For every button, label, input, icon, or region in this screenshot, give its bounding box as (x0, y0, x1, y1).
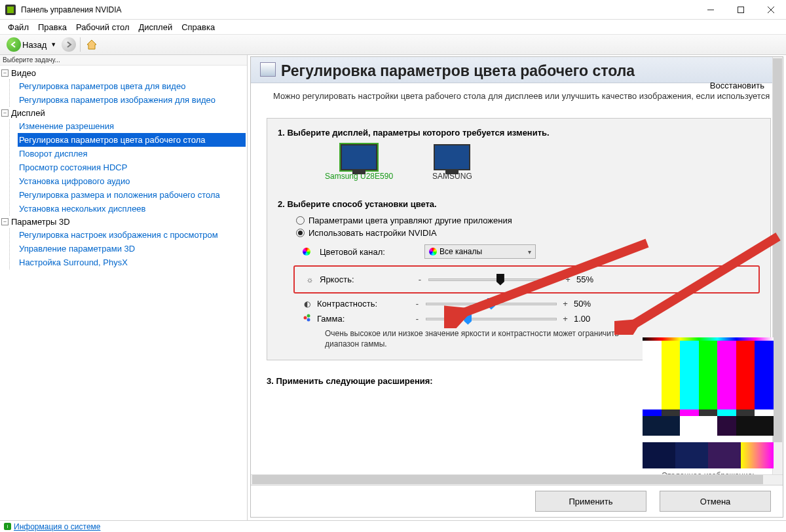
minimize-button[interactable] (696, 0, 726, 20)
svg-point-6 (307, 318, 310, 322)
step2-title: 2. Выберите способ установки цвета. (278, 199, 760, 209)
settings-panel: 1. Выберите дисплей, параметры которого … (267, 118, 771, 360)
contrast-slider-row: ◐ Контрастность: - + 50% (303, 299, 760, 309)
collapse-icon[interactable]: − (1, 69, 9, 77)
radio-icon-checked (296, 229, 305, 237)
slider-thumb[interactable] (487, 298, 495, 310)
menu-edit[interactable]: Правка (34, 21, 71, 33)
heading-icon (260, 62, 276, 77)
tree-item[interactable]: Установка нескольких дисплеев (18, 202, 246, 216)
menu-file[interactable]: Файл (4, 21, 33, 33)
slider-thumb[interactable] (464, 313, 472, 325)
tree-group-video[interactable]: −Видео (1, 67, 246, 79)
vertical-scrollbar[interactable] (772, 57, 783, 474)
tree-group-3d[interactable]: −Параметры 3D (1, 216, 246, 228)
page-title: Регулировка параметров цвета рабочего ст… (281, 62, 775, 80)
svg-point-4 (304, 316, 307, 320)
back-button[interactable]: Назад ▼ (4, 36, 59, 53)
display-option-2[interactable]: SAMSUNG (432, 144, 472, 181)
gamma-slider[interactable] (426, 318, 557, 320)
dialog-buttons: Применить Отмена (251, 485, 783, 517)
info-icon: i (4, 523, 11, 530)
svg-rect-1 (738, 7, 744, 12)
brightness-slider[interactable] (428, 278, 559, 281)
close-button[interactable] (756, 0, 786, 20)
radio-nvidia-settings[interactable]: Использовать настройки NVIDIA (296, 228, 760, 238)
radio-icon (296, 216, 305, 225)
menu-help[interactable]: Справка (178, 21, 219, 33)
forward-button[interactable] (62, 37, 76, 52)
page-heading: Регулировка параметров цвета рабочего ст… (251, 57, 783, 83)
display-option-1[interactable]: Samsung U28E590 (325, 144, 393, 181)
brightness-icon: ☼ (305, 275, 314, 284)
gamma-slider-row: Гамма: - + 1.00 (303, 314, 760, 324)
system-info-link[interactable]: Информация о системе (14, 522, 100, 531)
menu-display[interactable]: Дисплей (135, 21, 177, 33)
channel-select[interactable]: Все каналы (424, 244, 536, 259)
back-icon (7, 37, 21, 52)
monitor-icon (341, 144, 377, 170)
window-title: Панель управления NVIDIA (21, 5, 696, 14)
dropdown-icon: ▼ (50, 41, 56, 48)
tree-item[interactable]: Поворот дисплея (18, 147, 246, 161)
tree-item[interactable]: Регулировка настроек изображения с просм… (18, 228, 246, 242)
app-icon (5, 5, 16, 15)
radio-other-apps[interactable]: Параметрами цвета управляют другие прило… (296, 216, 760, 225)
tree-item[interactable]: Управление параметрами 3D (18, 242, 246, 256)
monitor-icon (434, 144, 470, 170)
horizontal-scrollbar[interactable] (251, 474, 783, 485)
tree-item[interactable]: Регулировка параметров изображения для в… (18, 93, 246, 107)
toolbar: Назад ▼ (0, 34, 786, 55)
tree-item[interactable]: Регулировка параметров цвета для видео (18, 79, 246, 93)
brightness-slider-row: ☼ Яркость: - + 55% (305, 275, 755, 284)
status-bar: i Информация о системе (0, 520, 786, 532)
channel-label: Цветовой канал: (320, 247, 418, 257)
tree-item[interactable]: Просмотр состояния HDCP (18, 161, 246, 174)
collapse-icon[interactable]: − (1, 218, 9, 225)
collapse-icon[interactable]: − (1, 109, 9, 117)
contrast-icon: ◐ (303, 299, 312, 309)
gamma-note: Очень высокое или низкое значение яркост… (325, 329, 652, 349)
brightness-highlight: ☼ Яркость: - + 55% (293, 265, 760, 294)
tree-item[interactable]: Настройка Surround, PhysX (18, 256, 246, 269)
step1-title: 1. Выберите дисплей, параметры которого … (278, 128, 760, 138)
intro-text: Можно регулировать настройки цвета рабоч… (251, 83, 783, 106)
reference-image: Эталонное изображение: (643, 337, 774, 474)
tree-item[interactable]: Изменение разрешения (18, 119, 246, 133)
sidebar: Выберите задачу... −Видео Регулировка па… (0, 55, 248, 520)
task-tree: −Видео Регулировка параметров цвета для … (0, 66, 247, 520)
cancel-button[interactable]: Отмена (660, 491, 771, 512)
maximize-button[interactable] (726, 0, 756, 20)
restore-link[interactable]: Восстановить (710, 81, 764, 90)
contrast-slider[interactable] (426, 303, 557, 305)
sidebar-header: Выберите задачу... (0, 55, 247, 66)
preview-label: Эталонное изображение: (643, 471, 774, 474)
channel-icon (303, 248, 310, 256)
tree-item[interactable]: Установка цифрового аудио (18, 174, 246, 188)
gamma-icon (303, 314, 312, 324)
channel-icon (429, 248, 437, 256)
menu-desktop[interactable]: Рабочий стол (72, 21, 134, 33)
menu-bar: Файл Правка Рабочий стол Дисплей Справка (0, 20, 786, 34)
tree-item[interactable]: Регулировка размера и положения рабочего… (18, 188, 246, 202)
slider-thumb[interactable] (496, 274, 504, 286)
tree-group-display[interactable]: −Дисплей (1, 107, 246, 119)
tree-item-selected[interactable]: Регулировка параметров цвета рабочего ст… (18, 133, 246, 147)
home-button[interactable] (84, 37, 99, 52)
content-pane: Регулировка параметров цвета рабочего ст… (250, 56, 783, 518)
svg-point-5 (307, 314, 310, 318)
title-bar: Панель управления NVIDIA (0, 0, 786, 20)
apply-button[interactable]: Применить (535, 491, 646, 512)
